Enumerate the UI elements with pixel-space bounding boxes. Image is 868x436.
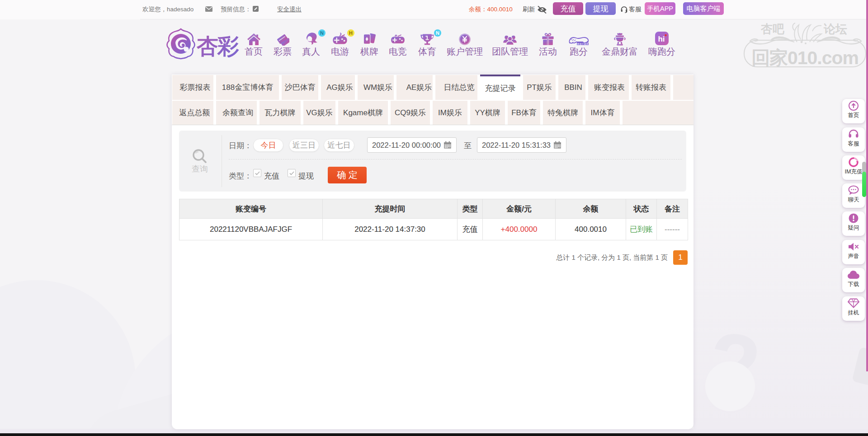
svg-text:hi: hi	[658, 35, 665, 43]
svg-text:极速正规赛: 极速正规赛	[577, 42, 589, 46]
